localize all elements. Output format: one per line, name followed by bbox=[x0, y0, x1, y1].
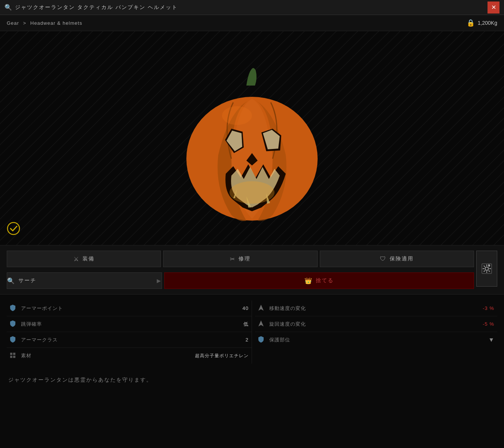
title-bar: 🔍 ジャツクオーランタン タクティカル パンプキン ヘルメット ✕ bbox=[0, 0, 504, 15]
stat-protection-zone[interactable]: 保護部位 ▼ bbox=[255, 332, 497, 348]
svg-rect-19 bbox=[13, 356, 15, 358]
stats-left-col: アーマーポイント 40 跳弾確率 低 アーマークラス 2 素材 超高分子量ポリエ… bbox=[7, 301, 252, 364]
shield-icon-ricochet bbox=[10, 320, 17, 328]
action-row-bottom: 🔍 サーチ ▶ 👑 捨てる bbox=[7, 272, 474, 289]
stat-armor-points: アーマーポイント 40 bbox=[7, 301, 252, 316]
svg-point-1 bbox=[230, 181, 274, 204]
breadcrumb-separator: > bbox=[23, 20, 27, 26]
stats-area: アーマーポイント 40 跳弾確率 低 アーマークラス 2 素材 超高分子量ポリエ… bbox=[0, 295, 504, 370]
stat-material: 素材 超高分子量ポリエチレン bbox=[7, 348, 252, 364]
stat-ricochet: 跳弾確率 低 bbox=[7, 316, 252, 332]
svg-point-3 bbox=[8, 222, 20, 235]
repair-icon: ✂ bbox=[230, 256, 236, 263]
stat-turn-speed: 旋回速度の変化 -5 % bbox=[255, 316, 497, 332]
armor-class-label: アーマークラス bbox=[21, 337, 246, 343]
svg-rect-18 bbox=[10, 356, 12, 358]
arrow-icon-movement bbox=[258, 304, 266, 313]
search-icon-action: 🔍 bbox=[7, 277, 15, 284]
armor-class-value: 2 bbox=[246, 337, 249, 343]
shield-icon-protection bbox=[258, 336, 266, 344]
action-rows-wrapper: ⚔ 装備 ✂ 修理 🛡 保険適用 🔍 サーチ ▶ bbox=[7, 251, 497, 289]
action-rows-left: ⚔ 装備 ✂ 修理 🛡 保険適用 🔍 サーチ ▶ bbox=[7, 251, 474, 289]
svg-point-5 bbox=[485, 267, 489, 271]
gear-settings-button[interactable] bbox=[476, 251, 497, 287]
weight-icon: 🔒 bbox=[466, 19, 475, 27]
ricochet-label: 跳弾確率 bbox=[21, 321, 243, 328]
svg-point-2 bbox=[222, 106, 252, 125]
armor-points-value: 40 bbox=[243, 305, 249, 311]
stat-armor-class: アーマークラス 2 bbox=[7, 332, 252, 348]
shield-icon-class bbox=[10, 336, 17, 344]
weight-area: 🔒 1,200Kg bbox=[466, 19, 497, 27]
movement-speed-value: -3 % bbox=[483, 305, 494, 311]
item-description: ジャツクオーランタンは悪霊からあなたを守ります。 bbox=[0, 370, 504, 387]
close-button[interactable]: ✕ bbox=[488, 2, 500, 14]
stats-right-col: 移動速度の変化 -3 % 旋回速度の変化 -5 % 保護部位 ▼ bbox=[252, 301, 497, 364]
breadcrumb-headwear[interactable]: Headwear & helmets bbox=[30, 20, 82, 26]
action-row-top: ⚔ 装備 ✂ 修理 🛡 保険適用 bbox=[7, 251, 474, 267]
action-bar: ⚔ 装備 ✂ 修理 🛡 保険適用 🔍 サーチ ▶ bbox=[0, 245, 504, 295]
stat-movement-speed: 移動速度の変化 -3 % bbox=[255, 301, 497, 316]
svg-rect-17 bbox=[13, 353, 15, 355]
search-icon: 🔍 bbox=[4, 4, 12, 11]
repair-button[interactable]: ✂ 修理 bbox=[163, 251, 317, 267]
search-label: サーチ bbox=[18, 277, 36, 284]
arrow-icon-turn bbox=[258, 320, 266, 328]
svg-line-10 bbox=[484, 266, 485, 267]
insure-button[interactable]: 🛡 保険適用 bbox=[320, 251, 474, 267]
breadcrumb: Gear > Headwear & helmets bbox=[7, 20, 82, 26]
equip-label: 装備 bbox=[82, 256, 94, 262]
svg-line-11 bbox=[489, 271, 490, 272]
protection-zone-label: 保護部位 bbox=[269, 337, 485, 343]
window-title: ジャツクオーランタン タクティカル パンプキン ヘルメット bbox=[15, 4, 178, 11]
shield-icon-armor bbox=[10, 304, 17, 313]
discard-label: 捨てる bbox=[316, 277, 334, 284]
search-arrow: ▶ bbox=[157, 278, 162, 284]
material-value: 超高分子量ポリエチレン bbox=[195, 353, 249, 359]
svg-marker-20 bbox=[258, 305, 264, 311]
insure-label: 保険適用 bbox=[390, 256, 414, 262]
chevron-down-icon: ▼ bbox=[488, 337, 494, 343]
grid-icon-material bbox=[10, 352, 17, 359]
weight-value: 1,200Kg bbox=[478, 20, 497, 26]
pumpkin-image bbox=[170, 50, 334, 226]
ricochet-value: 低 bbox=[243, 321, 249, 328]
repair-label: 修理 bbox=[238, 256, 250, 262]
search-button[interactable]: 🔍 サーチ ▶ bbox=[7, 272, 162, 289]
svg-line-13 bbox=[484, 271, 485, 272]
material-label: 素材 bbox=[21, 352, 195, 359]
breadcrumb-bar: Gear > Headwear & helmets 🔒 1,200Kg bbox=[0, 15, 504, 31]
discard-button[interactable]: 👑 捨てる bbox=[164, 272, 474, 289]
turn-speed-value: -5 % bbox=[483, 321, 494, 327]
equip-icon: ⚔ bbox=[74, 256, 80, 263]
equip-button[interactable]: ⚔ 装備 bbox=[7, 251, 161, 267]
discard-icon: 👑 bbox=[304, 277, 313, 284]
breadcrumb-gear[interactable]: Gear bbox=[7, 20, 19, 26]
equip-check-icon bbox=[7, 222, 20, 238]
insure-icon: 🛡 bbox=[380, 256, 387, 262]
armor-points-label: アーマーポイント bbox=[21, 305, 243, 312]
svg-marker-21 bbox=[258, 320, 264, 326]
movement-speed-label: 移動速度の変化 bbox=[269, 305, 483, 312]
turn-speed-label: 旋回速度の変化 bbox=[269, 321, 483, 328]
svg-rect-16 bbox=[10, 353, 12, 355]
title-bar-left: 🔍 ジャツクオーランタン タクティカル パンプキン ヘルメット bbox=[4, 4, 178, 11]
preview-area bbox=[0, 31, 504, 245]
description-text: ジャツクオーランタンは悪霊からあなたを守ります。 bbox=[8, 377, 152, 383]
